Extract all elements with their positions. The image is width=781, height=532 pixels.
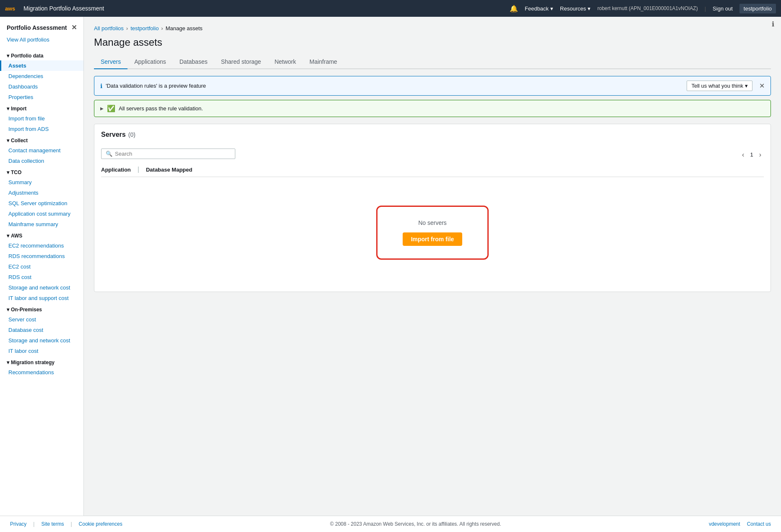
sidebar-close-icon[interactable]: ✕	[71, 23, 77, 31]
sidebar-item-import-from-file[interactable]: Import from file	[0, 113, 83, 124]
sidebar-item-data-collection[interactable]: Data collection	[0, 156, 83, 166]
empty-state-container: No servers Import from file	[376, 206, 489, 260]
check-circle-icon: ✅	[107, 104, 115, 112]
layout: Portfolio Assessment ✕ View All portfoli…	[0, 17, 781, 532]
footer-copyright: © 2008 - 2023 Amazon Web Services, Inc. …	[129, 521, 702, 527]
sidebar-item-application-cost-summary[interactable]: Application cost summary	[0, 209, 83, 219]
empty-state-text: No servers	[403, 219, 463, 226]
servers-panel: Servers (0) 🔍 ‹ 1 › Application | Da	[94, 124, 771, 292]
footer-sep-2: |	[70, 521, 72, 527]
feedback-chevron-icon: ▾	[550, 5, 553, 12]
col-divider: |	[138, 166, 139, 173]
sidebar-item-assets[interactable]: Assets	[0, 60, 83, 71]
arrow-down-icon: ▾	[7, 53, 9, 59]
sidebar-item-it-labor-cost[interactable]: IT labor cost	[0, 346, 83, 356]
nav-divider: |	[705, 5, 706, 12]
tell-us-chevron-icon: ▾	[745, 83, 748, 89]
info-icon[interactable]: ℹ	[772, 20, 774, 28]
footer-cookie-prefs-link[interactable]: Cookie preferences	[79, 521, 122, 527]
sidebar-item-dependencies[interactable]: Dependencies	[0, 71, 83, 81]
arrow-down-icon: ▾	[7, 106, 9, 112]
sidebar-item-adjustments[interactable]: Adjustments	[0, 188, 83, 198]
view-all-portfolios-link[interactable]: View All portfolios	[0, 37, 83, 50]
footer-contact-us-link[interactable]: Contact us	[747, 521, 771, 527]
sidebar-section-portfolio-data[interactable]: ▾ Portfolio data	[0, 50, 83, 60]
sidebar-item-server-cost[interactable]: Server cost	[0, 314, 83, 325]
sidebar-item-rds-recommendations[interactable]: RDS recommendations	[0, 251, 83, 261]
info-banner-text: 'Data validation rules' is a preview fea…	[106, 83, 683, 89]
sidebar-section-collect[interactable]: ▾ Collect	[0, 134, 83, 145]
feedback-button[interactable]: Feedback ▾	[525, 5, 553, 12]
sidebar-item-ec2-recommendations[interactable]: EC2 recommendations	[0, 240, 83, 251]
arrow-down-icon: ▾	[7, 170, 9, 175]
success-banner-text: All servers pass the rule validation.	[119, 105, 203, 112]
tell-us-button[interactable]: Tell us what you think ▾	[687, 81, 752, 91]
table-header: Application | Database Mapped	[101, 166, 764, 177]
sidebar-section-aws[interactable]: ▾ AWS	[0, 229, 83, 240]
col-header-application: Application	[101, 167, 131, 173]
empty-state: No servers Import from file	[101, 180, 764, 285]
top-navigation: aws Migration Portfolio Assessment 🔔 Fee…	[0, 0, 781, 17]
footer: Privacy | Site terms | Cookie preference…	[0, 516, 781, 532]
breadcrumb-portfolio-name[interactable]: testportfolio	[130, 25, 159, 31]
sidebar-item-sql-server-optimization[interactable]: SQL Server optimization	[0, 198, 83, 209]
sidebar-section-migration-strategy[interactable]: ▾ Migration strategy	[0, 356, 83, 367]
tabs-container: Servers Applications Databases Shared st…	[94, 55, 771, 69]
sidebar-item-properties[interactable]: Properties	[0, 92, 83, 102]
col-header-database-mapped: Database Mapped	[146, 167, 193, 173]
breadcrumb-sep-1: ›	[126, 25, 128, 31]
search-icon: 🔍	[106, 151, 112, 157]
breadcrumb-current: Manage assets	[166, 25, 203, 31]
signout-button[interactable]: Sign out	[713, 5, 733, 12]
arrow-down-icon: ▾	[7, 233, 9, 239]
search-pagination-row: 🔍 ‹ 1 ›	[101, 149, 764, 164]
sidebar-item-op-storage-network-cost[interactable]: Storage and network cost	[0, 335, 83, 346]
sidebar-item-import-from-ads[interactable]: Import from ADS	[0, 124, 83, 134]
footer-version-link[interactable]: vdevelopment	[709, 521, 740, 527]
portfolio-badge[interactable]: testportfolio	[739, 4, 776, 13]
sidebar-item-summary[interactable]: Summary	[0, 177, 83, 188]
panel-title: Servers	[101, 131, 126, 138]
sidebar-item-aws-storage-network-cost[interactable]: Storage and network cost	[0, 282, 83, 293]
tab-mainframe[interactable]: Mainframe	[303, 55, 344, 69]
breadcrumb-all-portfolios[interactable]: All portfolios	[94, 25, 124, 31]
aws-logo: aws	[5, 4, 18, 13]
footer-privacy-link[interactable]: Privacy	[10, 521, 26, 527]
sidebar-header: Portfolio Assessment ✕	[0, 23, 83, 37]
arrow-down-icon: ▾	[7, 360, 9, 365]
info-banner-close-button[interactable]: ✕	[759, 82, 765, 90]
sidebar-item-mainframe-summary[interactable]: Mainframe summary	[0, 219, 83, 229]
main-content: All portfolios › testportfolio › Manage …	[84, 17, 781, 532]
breadcrumb-sep-2: ›	[161, 25, 163, 31]
user-info: robert kernutt (APN_001E000001A1vNOIAZ)	[597, 5, 698, 11]
pagination-next-button[interactable]: ›	[757, 150, 764, 159]
tab-servers[interactable]: Servers	[94, 55, 128, 69]
notification-icon[interactable]: 🔔	[510, 5, 518, 13]
resources-button[interactable]: Resources ▾	[560, 5, 591, 12]
tab-network[interactable]: Network	[268, 55, 302, 69]
app-title: Migration Portfolio Assessment	[23, 5, 104, 12]
sidebar-item-contact-management[interactable]: Contact management	[0, 145, 83, 156]
sidebar-item-dashboards[interactable]: Dashboards	[0, 81, 83, 92]
footer-site-terms-link[interactable]: Site terms	[41, 521, 64, 527]
sidebar-section-import[interactable]: ▾ Import	[0, 102, 83, 113]
breadcrumb: All portfolios › testportfolio › Manage …	[94, 25, 771, 31]
info-circle-icon: ℹ	[100, 83, 102, 89]
sidebar-section-on-premises[interactable]: ▾ On-Premises	[0, 303, 83, 314]
tab-applications[interactable]: Applications	[128, 55, 173, 69]
sidebar-item-recommendations[interactable]: Recommendations	[0, 367, 83, 378]
search-bar[interactable]: 🔍	[101, 149, 235, 159]
tab-shared-storage[interactable]: Shared storage	[214, 55, 268, 69]
arrow-down-icon: ▾	[7, 138, 9, 143]
pagination-number: 1	[750, 151, 753, 158]
search-input[interactable]	[115, 151, 231, 157]
tab-databases[interactable]: Databases	[173, 55, 214, 69]
sidebar-section-tco[interactable]: ▾ TCO	[0, 166, 83, 177]
pagination-prev-button[interactable]: ‹	[739, 150, 747, 159]
sidebar-item-database-cost[interactable]: Database cost	[0, 325, 83, 335]
import-from-file-button[interactable]: Import from file	[403, 232, 463, 246]
sidebar-item-it-labor-support-cost[interactable]: IT labor and support cost	[0, 293, 83, 303]
sidebar-item-rds-cost[interactable]: RDS cost	[0, 272, 83, 282]
sidebar-item-ec2-cost[interactable]: EC2 cost	[0, 261, 83, 272]
success-banner[interactable]: ▶ ✅ All servers pass the rule validation…	[94, 100, 771, 117]
